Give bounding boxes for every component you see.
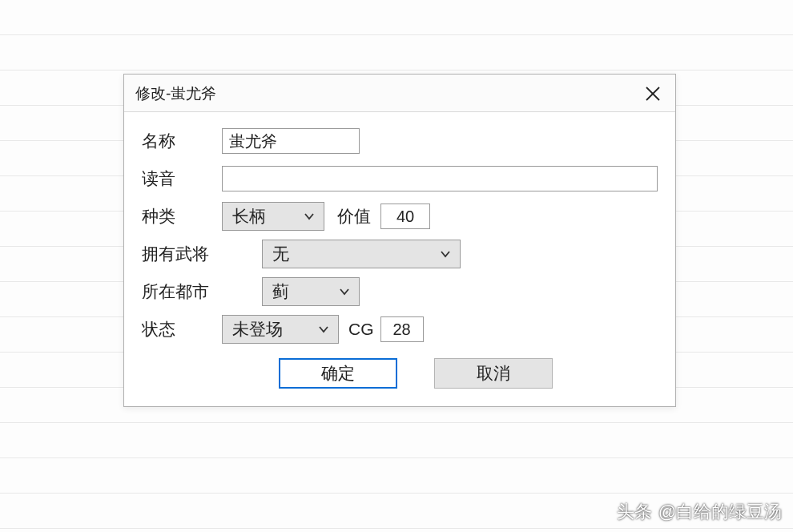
chevron-down-icon <box>303 210 316 223</box>
dialog-button-row: 确定 取消 <box>174 358 658 389</box>
cancel-button-label: 取消 <box>477 362 510 385</box>
reading-label: 读音 <box>142 167 222 190</box>
owner-select[interactable]: 无 <box>262 240 461 268</box>
reading-input[interactable] <box>222 166 658 191</box>
row-reading: 读音 <box>142 164 658 193</box>
close-icon <box>644 85 662 103</box>
cancel-button[interactable]: 取消 <box>434 358 553 389</box>
status-label: 状态 <box>142 318 222 341</box>
chevron-down-icon <box>317 323 330 336</box>
chevron-down-icon <box>338 285 351 298</box>
city-select-value: 蓟 <box>272 280 289 303</box>
row-owner: 拥有武将 无 <box>142 240 658 268</box>
name-label: 名称 <box>142 130 222 152</box>
dialog-content: 名称 读音 种类 长柄 价值 拥有武将 无 所在都市 蓟 <box>124 112 675 406</box>
city-select[interactable]: 蓟 <box>262 277 360 306</box>
status-select-value: 未登场 <box>232 318 283 341</box>
chevron-down-icon <box>439 248 452 260</box>
ok-button[interactable]: 确定 <box>279 358 397 389</box>
row-city: 所在都市 蓟 <box>142 277 658 306</box>
city-label: 所在都市 <box>142 280 222 303</box>
type-label: 种类 <box>142 205 222 228</box>
dialog-titlebar: 修改-蚩尤斧 <box>124 75 675 112</box>
row-type-value: 种类 长柄 价值 <box>142 202 658 231</box>
name-input[interactable] <box>222 128 360 154</box>
status-select[interactable]: 未登场 <box>222 315 339 344</box>
dialog-title: 修改-蚩尤斧 <box>135 83 216 104</box>
cg-input[interactable] <box>380 316 424 342</box>
row-status-cg: 状态 未登场 CG <box>142 315 658 344</box>
watermark-prefix: 头条 <box>617 500 652 524</box>
value-label: 价值 <box>337 205 371 228</box>
watermark: 头条 @白给的绿豆汤 <box>617 500 782 524</box>
type-select[interactable]: 长柄 <box>222 202 324 231</box>
type-select-value: 长柄 <box>232 205 266 228</box>
value-input[interactable] <box>380 204 430 229</box>
close-button[interactable] <box>642 83 664 105</box>
owner-label: 拥有武将 <box>142 243 222 265</box>
watermark-handle: @白给的绿豆汤 <box>658 500 782 524</box>
ok-button-label: 确定 <box>321 362 355 385</box>
cg-label: CG <box>348 320 374 339</box>
owner-select-value: 无 <box>272 243 289 265</box>
row-name: 名称 <box>142 127 658 155</box>
edit-dialog: 修改-蚩尤斧 名称 读音 种类 长柄 价值 拥有武将 无 <box>123 74 676 407</box>
